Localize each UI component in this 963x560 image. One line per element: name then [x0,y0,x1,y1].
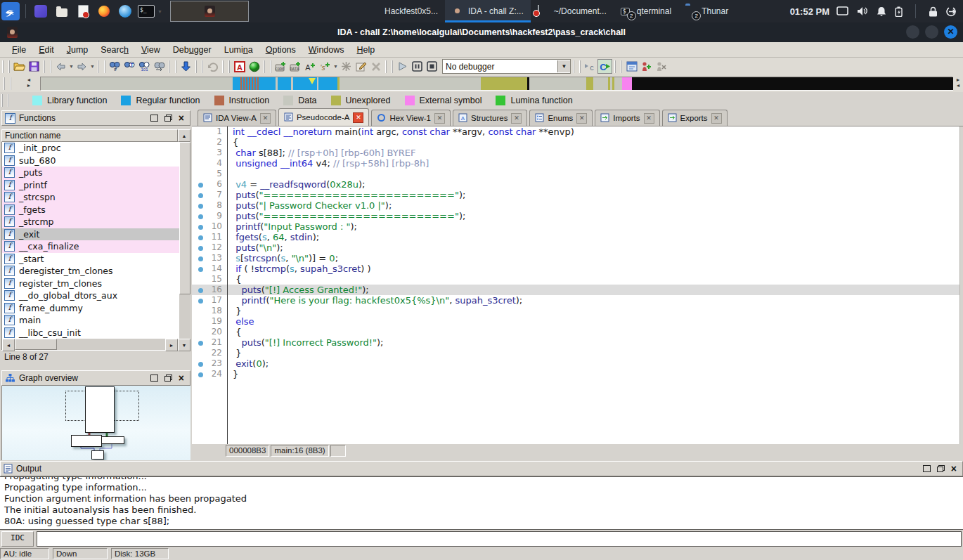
debugger-stop-button[interactable] [425,59,439,74]
battery-icon[interactable] [895,6,903,17]
navband-seek-right-icons[interactable]: ►◄ [955,77,962,90]
tab-close-icon[interactable]: ✕ [260,113,271,124]
delete-breakpoint-button[interactable] [654,59,668,74]
functions-float-icon[interactable] [164,115,172,122]
edit-button[interactable] [354,59,368,74]
code-line-7[interactable]: 7 puts("========================="); [192,190,959,200]
code-line-9[interactable]: 9 puts("========================="); [192,211,959,221]
window-manager-launcher[interactable] [32,2,50,20]
taskbar-window-document[interactable]: ~/Document... [531,0,614,22]
graph-close-icon[interactable]: × [179,375,184,382]
windows-list-button[interactable] [624,59,639,74]
function-row[interactable]: fmain [2,314,179,327]
functions-scroll-left-icon[interactable]: ◄ [2,339,15,351]
search-next-button[interactable] [152,59,167,74]
cli-input[interactable] [37,531,962,547]
minimize-button[interactable] [906,25,919,39]
function-row[interactable]: f_start [2,253,179,266]
kali-menu-button[interactable] [1,2,20,20]
toolbar-grip[interactable] [2,60,10,73]
function-row[interactable]: f__cxa_finalize [2,240,179,253]
toolbar-grip[interactable] [44,60,51,73]
string-type-chevron-icon[interactable]: ▼ [332,64,339,69]
tab-close-icon[interactable]: ✕ [644,113,654,124]
code-line-1[interactable]: 1int __cdecl __noreturn main(int argc, c… [192,126,959,137]
tab-close-icon[interactable]: ✕ [576,113,587,124]
function-row[interactable]: f__do_global_dtors_aux [2,289,179,302]
output-log[interactable]: Propagating type information...Propagati… [0,476,963,530]
file-manager-launcher[interactable] [53,2,71,20]
output-panel-titlebar[interactable]: Output × [0,461,963,476]
volume-icon[interactable] [857,6,868,16]
tab-enums[interactable]: Enums✕ [529,110,593,126]
graph-panel-titlebar[interactable]: Graph overview × [1,370,190,386]
close-button[interactable]: ✕ [944,25,957,39]
tab-close-icon[interactable]: ✕ [353,112,363,123]
tab-pseudocode-a[interactable]: Pseudocode-A✕ [278,108,369,126]
code-line-17[interactable]: 17 printf("Here is your flag: hackfest0x… [192,295,959,306]
menu-view[interactable]: View [135,44,167,56]
code-line-8[interactable]: 8 puts("| Password Checker v1.0 |"); [192,200,959,211]
tab-ida-view-a[interactable]: IDA View-A✕ [198,110,276,126]
browser-launcher[interactable] [116,2,134,20]
taskbar-window-terminal[interactable]: $_2qterminal [614,0,678,22]
code-line-6[interactable]: 6 v4 = __readfsqword(0x28u); [192,179,959,190]
navigate-forward-button[interactable] [75,59,89,74]
menu-windows[interactable]: Windows [302,44,351,56]
pseudocode-view[interactable]: 1int __cdecl __noreturn main(int argc, c… [192,126,960,444]
graph-maximize-icon[interactable] [150,375,158,382]
code-line-24[interactable]: 24} [192,369,959,379]
save-button[interactable] [27,59,41,74]
code-line-4[interactable]: 4 unsigned __int64 v4; // [rsp+58h] [rbp… [192,158,959,169]
document-launcher[interactable] [74,2,92,20]
function-row[interactable]: f__libc_csu_init [2,327,179,339]
code-line-22[interactable]: 22 } [192,348,959,358]
logout-icon[interactable] [946,6,957,17]
cancel-analysis-button[interactable]: A [232,59,247,74]
tab-hex-view-1[interactable]: Hex View-1✕ [371,110,451,126]
function-row[interactable]: fsub_680 [2,155,179,167]
toolbar-grip[interactable] [385,60,393,73]
debugger-selector-chevron-icon[interactable]: ▼ [557,60,570,72]
debugger-pause-button[interactable] [410,59,425,74]
graph-float-icon[interactable] [164,375,172,382]
functions-scroll-up-icon[interactable]: ▲ [178,129,190,142]
menu-options[interactable]: Options [259,44,302,56]
code-line-20[interactable]: 20 { [192,327,959,337]
menu-help[interactable]: Help [351,44,382,56]
add-breakpoint-button[interactable] [639,59,654,74]
tab-exports[interactable]: Exports✕ [662,110,728,126]
tab-structures[interactable]: AStructures✕ [453,110,527,126]
code-line-23[interactable]: 23 exit(0); [192,358,959,369]
code-line-19[interactable]: 19 else [192,316,959,327]
make-string-button[interactable]: 's' [318,59,332,74]
menu-debugger[interactable]: Debugger [167,44,218,56]
code-line-16[interactable]: 16 puts("[!] Access Granted!"); [192,285,959,295]
code-line-12[interactable]: 12 puts("\n"); [192,242,959,253]
menu-file[interactable]: File [6,44,32,56]
functions-close-icon[interactable]: × [179,115,184,122]
display-icon[interactable] [836,6,848,16]
output-close-icon[interactable]: × [951,465,957,472]
make-code-button[interactable]: CODE [273,59,288,74]
functions-hscrollbar-thumb[interactable] [15,339,57,350]
compile-step-button[interactable]: c [583,59,597,74]
debugger-selector[interactable]: No debugger ▼ [442,59,571,74]
navband-grip[interactable] [4,77,11,90]
code-line-14[interactable]: 14 if ( !strcmp(s, supah_s3cret) ) [192,263,959,274]
menu-search[interactable]: Search [94,44,135,56]
lock-icon[interactable] [929,6,938,17]
menu-edit[interactable]: Edit [32,44,60,56]
debugger-start-button[interactable] [395,59,410,74]
ida-window-titlebar[interactable]: IDA - chall Z:\home\localgulai\Documents… [0,22,963,42]
code-line-15[interactable]: 15 { [192,274,959,285]
functions-panel-titlebar[interactable]: f Functions × [1,110,190,126]
code-line-3[interactable]: 3 char s[88]; // [rsp+0h] [rbp-60h] BYRE… [192,148,959,158]
pseudocode-button[interactable]: C [597,59,612,74]
functions-scrollbar-thumb[interactable] [179,142,190,294]
function-row[interactable]: f_puts [2,167,179,179]
delete-button[interactable] [368,59,383,74]
taskbar-window-ida[interactable]: IDA - chall Z:... [445,0,531,22]
navigate-back-button[interactable] [53,59,68,74]
search-address-button[interactable]: # [108,59,122,74]
